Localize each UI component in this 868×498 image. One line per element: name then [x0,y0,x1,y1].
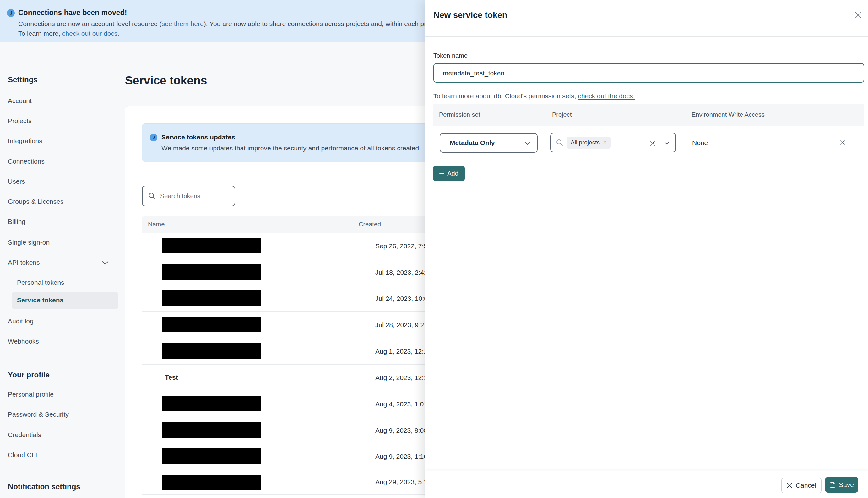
redacted-token-name [162,290,261,306]
env-write-access-value: None [692,139,708,147]
sidebar-item-personal-tokens[interactable]: Personal tokens [17,279,64,286]
add-button-label: Add [447,170,459,177]
redacted-token-name [162,475,261,490]
redacted-token-name [162,264,261,280]
banner-title: Connections have been moved! [18,9,127,17]
sidebar-item-projects[interactable]: Projects [8,117,32,124]
sidebar-item-webhooks[interactable]: Webhooks [8,338,39,345]
column-project: Project [552,111,571,118]
redacted-token-name [162,396,261,411]
panel-header-divider [425,36,868,37]
redacted-token-name [162,422,261,438]
search-icon [556,139,563,146]
search-input[interactable] [159,192,227,200]
info-icon: i [150,134,157,141]
sidebar-item-integrations[interactable]: Integrations [8,137,42,145]
sidebar-item-credentials[interactable]: Credentials [8,431,41,438]
sidebar-item-account[interactable]: Account [8,97,32,105]
panel-footer: Cancel Save [425,471,868,498]
check-docs-banner-link[interactable]: check out our docs. [62,30,119,37]
token-name-input[interactable] [442,64,852,82]
sidebar-item-audit-log[interactable]: Audit log [8,317,34,325]
chevron-down-icon [664,142,669,145]
permission-set-select[interactable]: Metadata Only [440,133,538,153]
infobox-body: We made some updates that improve the se… [161,144,419,152]
cancel-button-label: Cancel [796,482,816,489]
app-root: i Connections have been moved! Connectio… [0,0,868,498]
close-icon [855,11,862,19]
redacted-token-name [162,317,261,332]
sidebar-item-personal-profile[interactable]: Personal profile [8,391,54,398]
token-name: Test [165,374,178,381]
page-title: Service tokens [125,74,207,87]
chevron-down-icon [101,260,109,265]
your-profile-heading: Your profile [8,370,50,379]
chevron-down-icon [524,142,530,145]
banner-line3-text: To learn more, [18,30,62,37]
sidebar-item-groups-licenses[interactable]: Groups & Licenses [8,198,63,205]
all-projects-chip[interactable]: All projects ✕ [567,136,611,148]
sidebar-item-single-sign-on[interactable]: Single sign-on [8,239,50,246]
save-icon [829,482,836,488]
sidebar-item-api-tokens[interactable]: API tokens [8,259,40,266]
info-icon: i [7,9,15,17]
banner-line2-suffix: ). You are now able to share connections… [204,20,426,27]
row-divider [433,161,864,161]
column-permission-set: Permission set [439,111,480,118]
help-text: To learn more about dbt Cloud's permissi… [433,92,578,100]
settings-heading: Settings [8,75,38,84]
plus-icon [439,171,444,176]
banner-line2-text: Connections are now an account-level res… [18,20,161,27]
add-permission-button[interactable]: Add [433,166,465,181]
cancel-button[interactable]: Cancel [781,477,821,493]
search-icon [148,192,156,200]
save-button[interactable]: Save [825,477,858,493]
column-header-name: Name [148,221,165,228]
column-header-created: Created [359,221,381,228]
redacted-token-name [162,238,261,253]
see-them-here-link[interactable]: see them here [161,20,203,27]
column-env-write-access: Environment Write Access [692,111,765,118]
sidebar-item-users[interactable]: Users [8,178,25,185]
remove-chip-icon[interactable]: ✕ [603,140,607,145]
permission-set-value: Metadata Only [450,139,495,147]
redacted-token-name [162,448,261,464]
permission-help-line: To learn more about dbt Cloud's permissi… [433,92,635,100]
permissions-table-header: Permission set Project Environment Write… [433,104,864,126]
panel-title: New service token [433,10,508,20]
notification-settings-heading: Notification settings [8,482,80,491]
sidebar-item-service-tokens-label[interactable]: Service tokens [17,297,63,304]
clear-selection-icon[interactable] [649,140,656,147]
save-button-label: Save [839,481,854,488]
banner-line-2: Connections are now an account-level res… [18,20,426,28]
chip-label: All projects [570,139,600,146]
new-service-token-panel: New service token Token name To learn mo… [425,0,868,498]
banner-line-3: To learn more, check out our docs. [18,30,119,37]
search-tokens-box[interactable] [142,186,235,206]
redacted-token-name [162,343,261,358]
close-icon [787,483,792,488]
check-docs-link[interactable]: check out the docs. [578,92,635,100]
sidebar-item-password-security[interactable]: Password & Security [8,411,69,418]
sidebar-item-cloud-cli[interactable]: Cloud CLI [8,451,37,459]
project-multiselect[interactable]: All projects ✕ [550,133,676,152]
sidebar-item-connections[interactable]: Connections [8,158,44,165]
token-name-field[interactable] [433,63,864,82]
close-panel-button[interactable] [852,9,865,22]
infobox-title: Service tokens updates [161,133,235,141]
remove-row-icon[interactable] [839,140,845,146]
token-name-label: Token name [433,52,468,60]
sidebar-item-billing[interactable]: Billing [8,218,25,225]
